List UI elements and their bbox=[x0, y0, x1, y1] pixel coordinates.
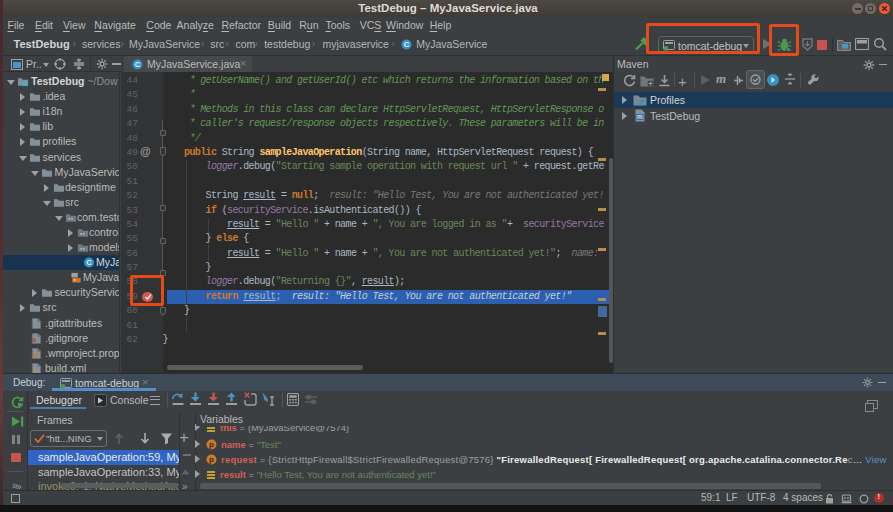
svg-text:m: m bbox=[637, 113, 643, 120]
svg-text:p: p bbox=[209, 455, 214, 464]
svg-text:C: C bbox=[86, 258, 92, 267]
svg-text:p: p bbox=[209, 440, 214, 449]
svg-text:C: C bbox=[135, 60, 141, 69]
svg-text:C: C bbox=[403, 40, 409, 49]
